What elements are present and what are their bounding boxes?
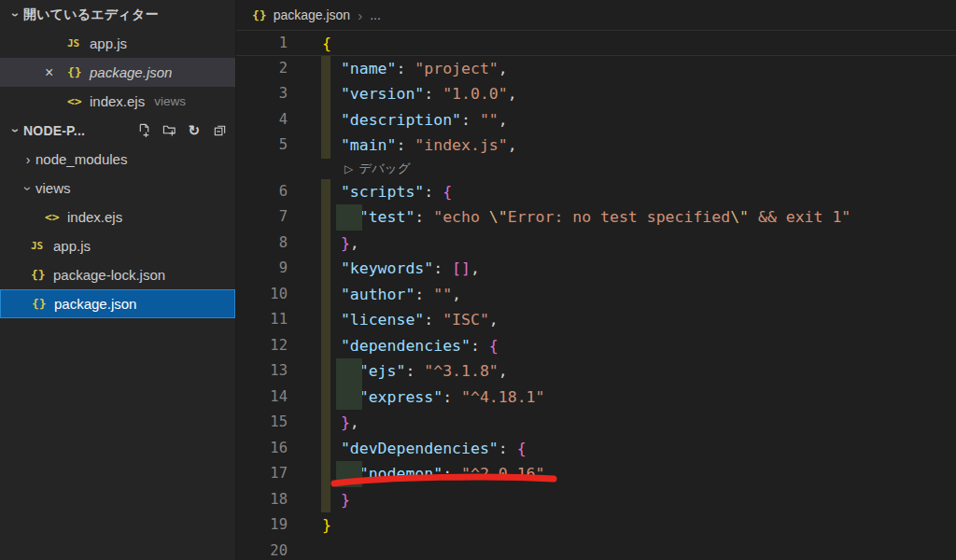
code-text[interactable]: "dependencies": {	[322, 337, 499, 355]
code-line: 19}	[236, 512, 956, 539]
tree-item-views[interactable]: › views	[0, 174, 235, 203]
line-number[interactable]: 1	[236, 31, 288, 57]
code-line: 20	[236, 539, 956, 560]
indent-tint-level2	[336, 461, 362, 487]
explorer-actions: ↻	[135, 122, 228, 139]
line-number[interactable]: 11	[236, 307, 288, 333]
line-number[interactable]: 19	[236, 512, 288, 539]
new-file-button[interactable]	[135, 122, 152, 139]
code-text[interactable]: "version": "1.0.0",	[322, 85, 517, 103]
code-line: 3 "version": "1.0.0",	[236, 81, 956, 107]
code-line: 6 "scripts": {	[236, 179, 956, 205]
tree-item-indexejs[interactable]: <> index.ejs	[0, 203, 235, 231]
collapse-all-button[interactable]	[211, 122, 228, 139]
indent-tint-level1	[321, 204, 330, 231]
close-icon[interactable]: ×	[45, 64, 67, 81]
open-editor-item-packagejson[interactable]: × {} package.json	[0, 58, 235, 87]
chevron-down-icon: ›	[21, 181, 35, 196]
indent-tint-level1	[321, 461, 330, 487]
code-line: 12 "dependencies": {	[236, 333, 956, 359]
js-file-icon: JS	[67, 37, 90, 49]
line-number[interactable]: 3	[236, 81, 288, 107]
indent-tint-level1	[321, 307, 330, 333]
indent-tint-level1	[321, 179, 330, 205]
code-text[interactable]: "main": "index.js",	[322, 136, 517, 154]
code-text[interactable]: }	[322, 516, 331, 534]
indent-tint-level1	[321, 436, 330, 462]
code-text[interactable]: "test": "echo \"Error: no test specified…	[322, 208, 851, 226]
open-editors-title: 開いているエディター	[23, 7, 159, 23]
refresh-button[interactable]: ↻	[186, 122, 203, 139]
breadcrumb[interactable]: {} package.json › ...	[236, 0, 956, 30]
code-text[interactable]: "devDependencies": {	[322, 440, 527, 457]
code-line: 2 "name": "project",	[236, 56, 956, 82]
line-number[interactable]: 15	[236, 410, 288, 436]
open-editor-label: package.json	[90, 64, 172, 80]
json-file-icon: {}	[67, 65, 90, 79]
code-file-icon: <>	[67, 94, 90, 108]
code-line: 7 "test": "echo \"Error: no test specifi…	[236, 204, 956, 231]
code-line: 17 "nodemon": "^2.0.16"	[236, 461, 956, 487]
sidebar-explorer-panel: › 開いているエディター JS app.js × {} package.json…	[0, 0, 236, 560]
code-text[interactable]: "keywords": [],	[322, 259, 480, 277]
open-editors-section-header[interactable]: › 開いているエディター	[0, 0, 235, 29]
indent-tint-level2	[336, 385, 362, 411]
indent-tint-level1	[321, 256, 330, 282]
line-number[interactable]: 18	[236, 487, 288, 513]
line-number[interactable]: 12	[236, 333, 288, 359]
json-file-icon: {}	[252, 8, 267, 22]
line-number[interactable]: 9	[236, 256, 288, 282]
line-number[interactable]: 7	[236, 204, 288, 231]
line-number[interactable]: 17	[236, 461, 288, 487]
line-number[interactable]: 6	[236, 179, 288, 205]
project-section-header[interactable]: › NODE-P... ↻	[0, 116, 235, 145]
line-number[interactable]: 4	[236, 107, 288, 133]
project-title: NODE-P...	[23, 123, 85, 138]
open-editor-label: index.ejs	[90, 93, 145, 109]
code-text[interactable]: "description": "",	[322, 111, 508, 129]
indent-tint-level1	[321, 487, 330, 513]
code-text[interactable]: {	[322, 35, 331, 52]
code-line: 10 "author": "",	[236, 282, 956, 308]
line-number[interactable]: 5	[236, 133, 288, 159]
tree-item-package-lock[interactable]: {} package-lock.json	[0, 260, 235, 289]
indent-tint-level1	[321, 56, 330, 82]
code-line: 5 "main": "index.js",	[236, 133, 956, 159]
breadcrumb-file[interactable]: package.json	[274, 7, 351, 22]
breadcrumb-more[interactable]: ...	[370, 7, 381, 22]
breadcrumb-separator: ›	[358, 7, 362, 23]
code-text[interactable]: "scripts": {	[322, 183, 452, 201]
indent-tint-level1	[321, 133, 330, 159]
code-lens-label: デバッグ	[358, 161, 410, 175]
line-number[interactable]: 20	[236, 539, 288, 560]
code-line: 13 "ejs": "^3.1.8",	[236, 358, 956, 385]
line-number[interactable]: 10	[236, 282, 288, 308]
chevron-down-icon: ›	[8, 7, 23, 22]
code-line: 4 "description": "",	[236, 107, 956, 133]
code-text[interactable]: "author": "",	[322, 286, 461, 303]
code-text[interactable]: "name": "project",	[322, 60, 508, 77]
tree-item-packagejson-selected[interactable]: {} package.json	[0, 289, 235, 318]
indent-tint-level1	[321, 385, 330, 411]
open-editor-item-indexejs[interactable]: <> index.ejs views	[0, 87, 235, 116]
tree-item-node-modules[interactable]: › node_modules	[0, 145, 235, 174]
indent-tint-level2	[336, 358, 362, 385]
open-editor-item-appjs[interactable]: JS app.js	[0, 29, 235, 58]
code-lens-debug[interactable]: ▷デバッグ	[236, 159, 956, 179]
line-number[interactable]: 8	[236, 231, 288, 257]
indent-tint-level1	[321, 81, 330, 107]
tree-item-appjs[interactable]: JS app.js	[0, 231, 235, 260]
indent-tint-level1	[321, 231, 330, 257]
new-folder-button[interactable]	[161, 122, 177, 139]
open-editor-label: app.js	[90, 35, 127, 51]
line-number[interactable]: 14	[236, 385, 288, 411]
chevron-down-icon: ›	[8, 123, 23, 138]
code-text[interactable]: "license": "ISC",	[322, 311, 499, 329]
line-number[interactable]: 2	[236, 56, 288, 82]
code-line: 8 },	[236, 231, 956, 257]
code-line: 1{	[236, 30, 956, 56]
code-line: 16 "devDependencies": {	[236, 436, 956, 462]
json-file-icon: {}	[32, 297, 54, 311]
line-number[interactable]: 16	[236, 436, 288, 462]
line-number[interactable]: 13	[236, 358, 288, 385]
